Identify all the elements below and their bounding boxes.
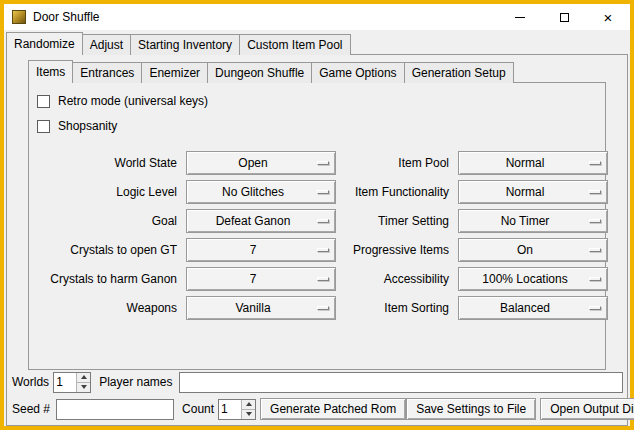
tab-generation-setup[interactable]: Generation Setup [404,62,514,83]
item-sorting-dropdown[interactable]: Balanced [458,296,608,320]
dropdown-indicator-icon [317,306,329,310]
tab-items[interactable]: Items [28,60,73,83]
minimize-icon [515,17,525,18]
player-names-label: Player names [99,375,172,389]
dropdown-indicator-icon [589,248,601,252]
count-spinbox[interactable] [218,399,256,420]
item-pool-value: Normal [506,156,545,170]
timer-setting-label: Timer Setting [345,209,449,233]
bottom-row-1: Worlds Player names [12,371,623,393]
item-sorting-label: Item Sorting [345,296,449,320]
checkbox-shopsanity[interactable]: Shopsanity [37,117,599,135]
count-decrement-button[interactable] [242,409,255,419]
tab-adjust[interactable]: Adjust [82,34,131,55]
worlds-decrement-button[interactable] [77,382,90,392]
dropdown-indicator-icon [317,219,329,223]
window: Door Shuffle × Randomize Adjust Starting… [0,0,634,430]
bottom-bar: Worlds Player names Seed # Count [7,371,627,425]
logic-level-label: Logic Level [37,180,177,204]
outer-tab-bar: Randomize Adjust Starting Inventory Cust… [6,32,628,55]
count-input[interactable] [219,400,241,419]
tab-enemizer[interactable]: Enemizer [141,62,208,83]
bottom-row-2: Seed # Count Generate Patched Rom Save S… [12,398,623,420]
option-grid: World State Open Item Pool Normal Logic … [37,151,599,320]
app-icon [12,10,26,24]
crystals-open-gt-value: 7 [250,243,257,257]
worlds-input[interactable] [54,373,76,392]
weapons-value: Vanilla [235,301,270,315]
progressive-items-label: Progressive Items [345,238,449,262]
dropdown-indicator-icon [317,161,329,165]
dropdown-indicator-icon [589,161,601,165]
worlds-increment-button[interactable] [77,373,90,382]
window-content: Randomize Adjust Starting Inventory Cust… [4,30,630,426]
accessibility-label: Accessibility [345,267,449,291]
worlds-label: Worlds [12,375,49,389]
count-increment-button[interactable] [242,400,255,409]
item-pool-label: Item Pool [345,151,449,175]
save-settings-button[interactable]: Save Settings to File [406,398,536,420]
close-button[interactable]: × [586,4,630,30]
dropdown-indicator-icon [589,306,601,310]
window-title: Door Shuffle [33,10,100,24]
randomize-pane: Items Entrances Enemizer Dungeon Shuffle… [6,54,628,426]
item-pool-dropdown[interactable]: Normal [458,151,608,175]
accessibility-value: 100% Locations [482,272,567,286]
goal-label: Goal [37,209,177,233]
progressive-items-dropdown[interactable]: On [458,238,608,262]
timer-setting-dropdown[interactable]: No Timer [458,209,608,233]
logic-level-dropdown[interactable]: No Glitches [186,180,336,204]
shopsanity-label: Shopsanity [58,119,117,133]
worlds-spin-buttons [76,373,90,392]
count-spin-buttons [241,400,255,419]
tab-randomize[interactable]: Randomize [6,32,83,55]
tab-custom-item-pool[interactable]: Custom Item Pool [239,34,350,55]
dropdown-indicator-icon [317,190,329,194]
titlebar[interactable]: Door Shuffle × [4,4,630,30]
maximize-button[interactable] [542,4,586,30]
player-names-input[interactable] [179,372,624,393]
world-state-value: Open [238,156,267,170]
inner-notebook: Items Entrances Enemizer Dungeon Shuffle… [28,60,606,370]
accessibility-dropdown[interactable]: 100% Locations [458,267,608,291]
close-icon: × [604,10,613,25]
shopsanity-checkbox-box[interactable] [37,120,50,133]
tab-starting-inventory[interactable]: Starting Inventory [130,34,240,55]
generate-patched-rom-button[interactable]: Generate Patched Rom [260,398,406,420]
minimize-button[interactable] [498,4,542,30]
dropdown-indicator-icon [589,219,601,223]
tab-dungeon-shuffle[interactable]: Dungeon Shuffle [207,62,312,83]
progressive-items-value: On [517,243,533,257]
dropdown-indicator-icon [317,277,329,281]
world-state-label: World State [37,151,177,175]
tab-entrances[interactable]: Entrances [72,62,142,83]
item-sorting-value: Balanced [500,301,550,315]
item-functionality-dropdown[interactable]: Normal [458,180,608,204]
up-arrow-icon [81,375,87,379]
tab-game-options[interactable]: Game Options [311,62,404,83]
dropdown-indicator-icon [317,248,329,252]
checkbox-retro-mode[interactable]: Retro mode (universal keys) [37,92,599,110]
seed-input[interactable] [56,399,174,420]
open-output-directory-button[interactable]: Open Output Directory [540,398,634,420]
maximize-icon [560,13,569,22]
crystals-open-gt-dropdown[interactable]: 7 [186,238,336,262]
up-arrow-icon [246,402,252,406]
crystals-harm-ganon-label: Crystals to harm Ganon [37,267,177,291]
crystals-open-gt-label: Crystals to open GT [37,238,177,262]
down-arrow-icon [246,412,252,416]
seed-label: Seed # [12,402,50,416]
weapons-label: Weapons [37,296,177,320]
inner-tab-bar: Items Entrances Enemizer Dungeon Shuffle… [28,60,606,83]
weapons-dropdown[interactable]: Vanilla [186,296,336,320]
dropdown-indicator-icon [589,190,601,194]
retro-mode-checkbox-box[interactable] [37,95,50,108]
dropdown-indicator-icon [589,277,601,281]
world-state-dropdown[interactable]: Open [186,151,336,175]
count-label: Count [182,402,214,416]
down-arrow-icon [81,385,87,389]
crystals-harm-ganon-dropdown[interactable]: 7 [186,267,336,291]
worlds-spinbox[interactable] [53,372,91,393]
goal-dropdown[interactable]: Defeat Ganon [186,209,336,233]
items-pane: Retro mode (universal keys) Shopsanity W… [28,82,606,370]
